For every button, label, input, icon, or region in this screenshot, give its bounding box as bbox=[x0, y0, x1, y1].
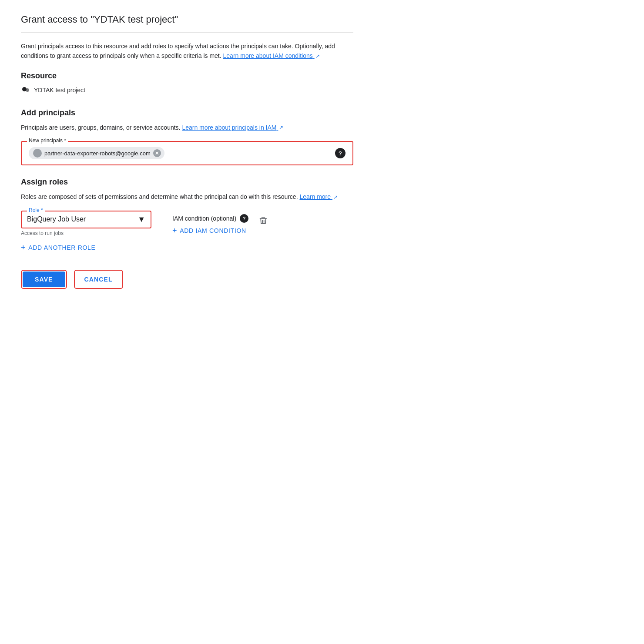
principals-external-link-icon: ↗ bbox=[279, 124, 283, 132]
cancel-button[interactable]: CANCEL bbox=[76, 272, 121, 287]
page-description: Grant principals access to this resource… bbox=[21, 41, 353, 61]
iam-condition-section: IAM condition (optional) ? + ADD IAM CON… bbox=[172, 214, 248, 235]
add-role-plus-icon: + bbox=[21, 243, 26, 252]
resource-project-icon bbox=[21, 86, 30, 94]
resource-name: YDTAK test project bbox=[34, 87, 85, 94]
new-principals-label: New principals * bbox=[27, 138, 68, 144]
principals-help-icon[interactable]: ? bbox=[335, 148, 345, 158]
assign-roles-section: Assign roles Roles are composed of sets … bbox=[21, 178, 353, 252]
add-principals-section: Add principals Principals are users, gro… bbox=[21, 108, 353, 165]
iam-condition-label: IAM condition (optional) bbox=[172, 215, 236, 222]
roles-learn-more-link[interactable]: Learn more ↗ bbox=[299, 193, 337, 200]
add-iam-condition-button[interactable]: + ADD IAM CONDITION bbox=[172, 226, 248, 235]
save-button-container: SAVE bbox=[21, 270, 67, 289]
learn-more-principals-link[interactable]: Learn more about principals in IAM ↗ bbox=[182, 124, 283, 131]
trash-icon bbox=[259, 216, 268, 225]
svg-point-1 bbox=[26, 88, 29, 92]
role-row: Role * BigQuery Job User ▼ Access to run… bbox=[21, 211, 353, 236]
dropdown-arrow-icon: ▼ bbox=[138, 215, 145, 224]
close-icon: ✕ bbox=[155, 151, 159, 156]
page-title: Grant access to "YDTAK test project" bbox=[21, 14, 353, 33]
role-hint-text: Access to run jobs bbox=[21, 230, 151, 236]
action-buttons-row: SAVE CANCEL bbox=[21, 270, 353, 289]
chip-close-button[interactable]: ✕ bbox=[153, 149, 161, 157]
resource-item: YDTAK test project bbox=[21, 86, 353, 94]
add-principals-title: Add principals bbox=[21, 108, 353, 117]
iam-condition-help-icon[interactable]: ? bbox=[240, 214, 248, 223]
principals-description: Principals are users, groups, domains, o… bbox=[21, 123, 353, 132]
cancel-button-container: CANCEL bbox=[74, 270, 123, 289]
role-field-label: Role * bbox=[27, 207, 45, 213]
iam-condition-area: IAM condition (optional) ? + ADD IAM CON… bbox=[172, 211, 268, 235]
delete-role-icon[interactable] bbox=[259, 216, 268, 228]
role-select-dropdown[interactable]: BigQuery Job User ▼ bbox=[27, 215, 145, 224]
learn-more-iam-link[interactable]: Learn more about IAM conditions ↗ bbox=[223, 52, 320, 59]
chip-label: partner-data-exporter-robots@google.com bbox=[44, 150, 151, 157]
add-condition-label: ADD IAM CONDITION bbox=[180, 227, 246, 234]
principals-chip-area: partner-data-exporter-robots@google.com … bbox=[29, 147, 164, 159]
resource-section: Resource YDTAK test project bbox=[21, 71, 353, 94]
add-another-role-button[interactable]: + ADD ANOTHER ROLE bbox=[21, 243, 96, 252]
role-selected-value: BigQuery Job User bbox=[27, 215, 86, 223]
assign-roles-title: Assign roles bbox=[21, 178, 353, 187]
add-another-role-label: ADD ANOTHER ROLE bbox=[28, 244, 95, 251]
save-button[interactable]: SAVE bbox=[23, 272, 65, 287]
add-condition-plus-icon: + bbox=[172, 226, 177, 235]
role-field[interactable]: Role * BigQuery Job User ▼ bbox=[21, 211, 151, 228]
roles-external-link-icon: ↗ bbox=[333, 193, 338, 201]
new-principals-field[interactable]: New principals * partner-data-exporter-r… bbox=[21, 141, 353, 165]
chip-avatar bbox=[33, 149, 42, 158]
principal-chip[interactable]: partner-data-exporter-robots@google.com … bbox=[29, 147, 164, 159]
roles-description: Roles are composed of sets of permission… bbox=[21, 192, 353, 201]
iam-condition-header: IAM condition (optional) ? bbox=[172, 214, 248, 223]
resource-section-title: Resource bbox=[21, 71, 353, 80]
external-link-icon: ↗ bbox=[315, 52, 320, 60]
